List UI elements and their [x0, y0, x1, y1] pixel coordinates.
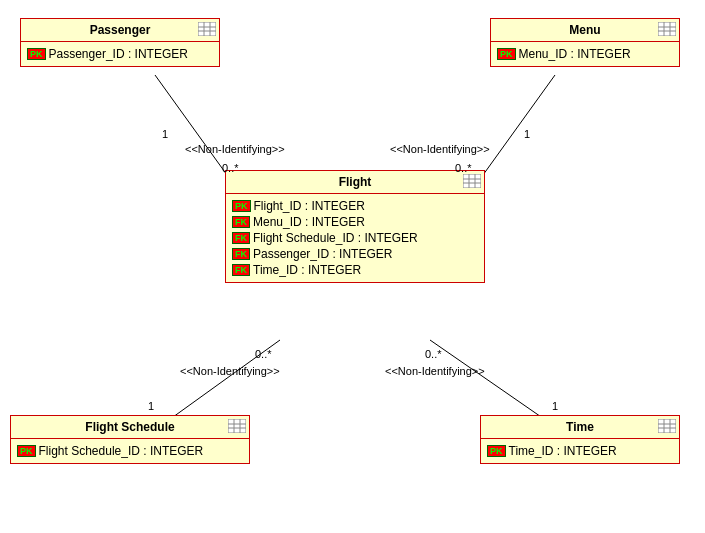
flight-field-0: PK Flight_ID : INTEGER [232, 199, 478, 213]
flight-field-3: FK Passenger_ID : INTEGER [232, 247, 478, 261]
entity-flight: Flight PK Flight_ID : INTEGER FK Menu_ID… [225, 170, 485, 283]
rel-label-fs-nonid: <<Non-Identifying>> [180, 365, 280, 377]
time-pk-badge: PK [487, 445, 506, 457]
entity-passenger: Passenger PK Passenger_ID : INTEGER [20, 18, 220, 67]
svg-rect-9 [658, 22, 676, 36]
rel-label-menu-nonid: <<Non-Identifying>> [390, 143, 490, 155]
rel-label-passenger-nonid: <<Non-Identifying>> [185, 143, 285, 155]
diagram-canvas: Passenger PK Passenger_ID : INTEGER [0, 0, 705, 533]
menu-field-0-text: Menu_ID : INTEGER [519, 47, 631, 61]
entity-flight-schedule: Flight Schedule PK Flight Schedule_ID : … [10, 415, 250, 464]
svg-rect-4 [198, 22, 216, 36]
svg-rect-24 [658, 419, 676, 433]
table-icon-time [658, 419, 676, 433]
passenger-field-0-text: Passenger_ID : INTEGER [49, 47, 188, 61]
flight-body: PK Flight_ID : INTEGER FK Menu_ID : INTE… [226, 194, 484, 282]
entity-time: Time PK Time_ID : INTEGER [480, 415, 680, 464]
table-icon-menu [658, 22, 676, 36]
flight-field-1: FK Menu_ID : INTEGER [232, 215, 478, 229]
entity-menu: Menu PK Menu_ID : INTEGER [490, 18, 680, 67]
flight-header: Flight [226, 171, 484, 194]
flight-schedule-field-0-text: Flight Schedule_ID : INTEGER [39, 444, 204, 458]
rel-label-fs-1: 1 [148, 400, 154, 412]
flight-fk3-badge: FK [232, 248, 250, 260]
rel-label-time-nonid: <<Non-Identifying>> [385, 365, 485, 377]
passenger-header: Passenger [21, 19, 219, 42]
time-title: Time [566, 420, 594, 434]
flight-field-3-text: Passenger_ID : INTEGER [253, 247, 392, 261]
flight-pk-badge: PK [232, 200, 251, 212]
flight-field-0-text: Flight_ID : INTEGER [254, 199, 365, 213]
table-icon-passenger [198, 22, 216, 36]
flight-field-1-text: Menu_ID : INTEGER [253, 215, 365, 229]
svg-rect-14 [463, 174, 481, 188]
time-field-0: PK Time_ID : INTEGER [487, 444, 673, 458]
flight-schedule-title: Flight Schedule [85, 420, 174, 434]
rel-label-time-card-top: 0..* [425, 348, 442, 360]
flight-field-2-text: Flight Schedule_ID : INTEGER [253, 231, 418, 245]
passenger-body: PK Passenger_ID : INTEGER [21, 42, 219, 66]
table-icon-flight-schedule [228, 419, 246, 433]
time-header: Time [481, 416, 679, 439]
passenger-field-0: PK Passenger_ID : INTEGER [27, 47, 213, 61]
menu-header: Menu [491, 19, 679, 42]
time-field-0-text: Time_ID : INTEGER [509, 444, 617, 458]
menu-title: Menu [569, 23, 600, 37]
flight-schedule-body: PK Flight Schedule_ID : INTEGER [11, 439, 249, 463]
rel-label-passenger-card: 0..* [222, 162, 239, 174]
menu-pk-badge: PK [497, 48, 516, 60]
rel-label-menu-card: 0..* [455, 162, 472, 174]
flight-field-4-text: Time_ID : INTEGER [253, 263, 361, 277]
rel-label-passenger-1: 1 [162, 128, 168, 140]
rel-label-menu-1: 1 [524, 128, 530, 140]
time-body: PK Time_ID : INTEGER [481, 439, 679, 463]
flight-fk1-badge: FK [232, 216, 250, 228]
flight-title: Flight [339, 175, 372, 189]
menu-field-0: PK Menu_ID : INTEGER [497, 47, 673, 61]
flight-schedule-header: Flight Schedule [11, 416, 249, 439]
flight-field-2: FK Flight Schedule_ID : INTEGER [232, 231, 478, 245]
flight-fk4-badge: FK [232, 264, 250, 276]
table-icon-flight [463, 174, 481, 188]
svg-rect-19 [228, 419, 246, 433]
flight-field-4: FK Time_ID : INTEGER [232, 263, 478, 277]
flight-schedule-pk-badge: PK [17, 445, 36, 457]
passenger-title: Passenger [90, 23, 151, 37]
rel-label-fs-card-top: 0..* [255, 348, 272, 360]
menu-body: PK Menu_ID : INTEGER [491, 42, 679, 66]
rel-label-time-1: 1 [552, 400, 558, 412]
flight-fk2-badge: FK [232, 232, 250, 244]
passenger-pk-badge: PK [27, 48, 46, 60]
flight-schedule-field-0: PK Flight Schedule_ID : INTEGER [17, 444, 243, 458]
